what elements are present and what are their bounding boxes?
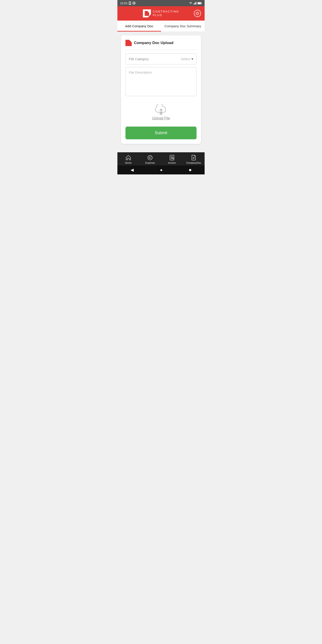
battery-icon (198, 2, 202, 4)
logo-icon-shape (145, 11, 149, 16)
app-header: contracting PLUS (118, 6, 204, 20)
expense-icon (147, 155, 153, 160)
status-bar: 10:53 (118, 0, 204, 6)
sim-icon (128, 2, 132, 5)
android-back-button[interactable]: ◀ (130, 168, 134, 172)
svg-rect-22 (172, 158, 174, 159)
wifi-icon (189, 2, 192, 4)
power-icon (196, 12, 200, 16)
file-category-label: File Category (129, 57, 181, 61)
invoice-icon (169, 155, 175, 160)
nav-item-companydoc[interactable]: CompanyDoc (183, 155, 205, 164)
tab-bar: Add Company Doc Company Doc Summary (118, 20, 204, 32)
upload-label: Upload File (152, 116, 170, 120)
nav-item-expense[interactable]: Expense (139, 155, 161, 164)
main-content: Company Doc Upload File Category Select … (118, 32, 204, 152)
power-button[interactable] (194, 10, 201, 17)
svg-rect-5 (194, 4, 194, 4)
card-logo-icon (126, 40, 132, 46)
svg-point-3 (133, 3, 134, 4)
chevron-down-icon: ▾ (192, 57, 193, 61)
svg-rect-11 (198, 2, 201, 4)
svg-rect-8 (196, 2, 196, 4)
android-home-button[interactable]: ● (160, 168, 162, 172)
android-recent-button[interactable]: ■ (189, 168, 192, 172)
file-category-select[interactable]: File Category Select ▾ (126, 54, 196, 64)
nav-label-expense: Expense (145, 162, 155, 164)
logo-text: contracting PLUS (153, 10, 179, 17)
svg-rect-1 (129, 2, 130, 4)
companydoc-icon (191, 155, 196, 160)
file-category-value: Select (181, 57, 190, 61)
file-description-group (126, 67, 196, 97)
nav-label-companydoc: CompanyDoc (186, 162, 201, 164)
svg-rect-6 (194, 3, 195, 4)
signal-icon (194, 2, 196, 4)
nav-label-home: Home (125, 162, 132, 164)
file-category-group: File Category Select ▾ (126, 54, 196, 64)
app-logo: contracting PLUS (143, 10, 179, 18)
at-icon (132, 2, 136, 5)
tab-add-company-doc[interactable]: Add Company Doc (118, 20, 161, 32)
tab-company-doc-summary[interactable]: Company Doc Summary (161, 20, 204, 32)
nav-item-home[interactable]: Home (118, 155, 139, 164)
svg-point-16 (148, 156, 152, 160)
submit-button[interactable]: Submit (126, 126, 196, 139)
upload-cloud-icon (154, 104, 168, 115)
upload-card: Company Doc Upload File Category Select … (121, 35, 201, 144)
status-left: 10:53 (120, 2, 136, 5)
svg-rect-10 (202, 3, 202, 4)
file-description-input[interactable] (126, 67, 196, 96)
status-time: 10:53 (120, 2, 128, 5)
home-icon (126, 155, 131, 160)
svg-rect-7 (195, 2, 196, 4)
android-nav-bar: ◀ ● ■ (118, 166, 204, 174)
status-right (189, 2, 202, 4)
card-title: Company Doc Upload (134, 41, 174, 45)
card-header: Company Doc Upload (126, 40, 196, 50)
bottom-nav: Home Expense Invoice CompanyDoc (118, 152, 204, 166)
nav-label-invoice: Invoice (168, 162, 176, 164)
upload-area[interactable]: Upload File (126, 100, 196, 125)
logo-icon (143, 10, 151, 18)
nav-item-invoice[interactable]: Invoice (161, 155, 183, 164)
